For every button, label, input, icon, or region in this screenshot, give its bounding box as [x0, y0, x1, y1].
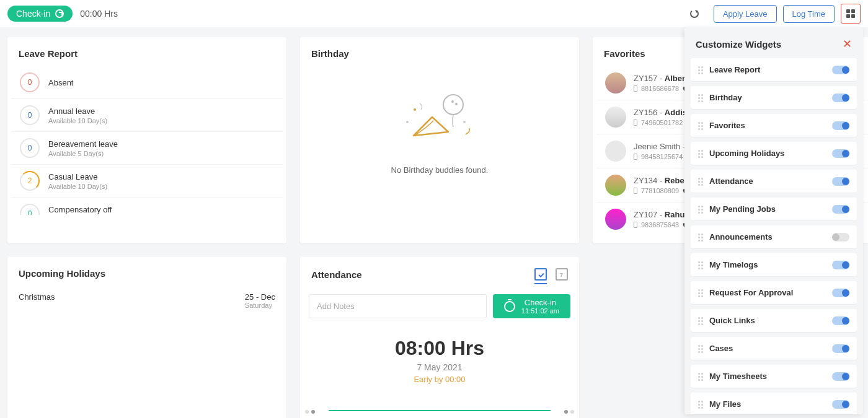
- leave-row[interactable]: 0 Annual leave Available 10 Day(s): [11, 98, 283, 131]
- widget-toggle[interactable]: [832, 177, 849, 186]
- widget-toggle[interactable]: [832, 94, 849, 102]
- attendance-checkin-button[interactable]: Check-in 11:51:02 am: [493, 294, 570, 318]
- attendance-day-view[interactable]: [534, 268, 547, 281]
- clock-icon: [55, 9, 64, 18]
- drag-handle-icon[interactable]: [698, 373, 703, 380]
- avatar: [605, 107, 626, 128]
- drag-handle-icon[interactable]: [698, 261, 703, 269]
- leave-name: Casual Leave: [48, 172, 107, 181]
- drag-handle-icon[interactable]: [698, 94, 703, 102]
- holiday-day: Saturday: [245, 302, 275, 309]
- widget-label: Favorites: [709, 121, 832, 130]
- leave-row[interactable]: 0 Absent: [11, 66, 283, 98]
- customize-widgets-button[interactable]: [841, 4, 861, 24]
- leave-available: Available 10 Day(s): [48, 117, 107, 124]
- checkin-label: Check-in: [16, 9, 50, 19]
- card-title: Leave Report: [7, 37, 286, 66]
- drag-handle-icon[interactable]: [698, 66, 703, 74]
- leave-list[interactable]: 0 Absent 0 Annual leave Available 10 Day…: [7, 66, 286, 215]
- drag-handle-icon[interactable]: [698, 150, 703, 157]
- drag-handle-icon[interactable]: [698, 122, 703, 129]
- widget-label: Leave Report: [709, 65, 832, 74]
- widget-toggle[interactable]: [832, 400, 849, 409]
- leave-row[interactable]: 0 Bereavement leave Available 5 Day(s): [11, 131, 283, 164]
- apply-leave-button[interactable]: Apply Leave: [714, 5, 777, 23]
- widget-toggle[interactable]: [832, 261, 849, 269]
- checkin-label: Check-in: [521, 298, 559, 307]
- attendance-week-view[interactable]: 7: [556, 268, 568, 281]
- svg-point-5: [463, 121, 466, 123]
- birthday-card: Birthday No Birthday buddies found.: [300, 37, 579, 243]
- drag-handle-icon[interactable]: [698, 317, 703, 324]
- svg-point-2: [455, 103, 458, 105]
- avatar: [605, 209, 626, 230]
- widget-row: My Timesheets: [691, 365, 857, 388]
- widget-row: My Pending Jobs: [691, 198, 857, 220]
- refresh-icon[interactable]: [690, 9, 699, 18]
- widget-label: My Pending Jobs: [709, 204, 832, 214]
- widget-label: Quick Links: [709, 316, 832, 325]
- holiday-name: Christmas: [19, 292, 55, 309]
- holiday-row: Christmas 25 - Dec Saturday: [7, 286, 286, 320]
- card-title: Attendance: [311, 269, 362, 280]
- close-icon[interactable]: ✕: [843, 37, 852, 51]
- widget-toggle[interactable]: [832, 149, 849, 158]
- drag-handle-icon[interactable]: [698, 233, 703, 241]
- avatar: [605, 175, 626, 196]
- widget-label: Request For Approval: [709, 288, 832, 297]
- drag-handle-icon[interactable]: [698, 401, 703, 408]
- card-title: Birthday: [300, 37, 579, 66]
- log-time-button[interactable]: Log Time: [783, 5, 835, 23]
- panel-title: Customize Widgets: [696, 39, 781, 50]
- attendance-hours: 08:00 Hrs: [300, 337, 579, 360]
- leave-name: Bereavement leave: [48, 139, 118, 149]
- svg-point-0: [443, 95, 463, 115]
- widget-label: Cases: [709, 344, 832, 353]
- drag-handle-icon[interactable]: [698, 206, 703, 213]
- widget-row: My Files: [691, 393, 857, 414]
- attendance-notes-input[interactable]: [309, 294, 487, 318]
- widget-toggle[interactable]: [832, 205, 849, 214]
- widget-row: Attendance: [691, 170, 857, 193]
- widget-toggle[interactable]: [832, 121, 849, 130]
- leave-name: Absent: [48, 78, 73, 87]
- holiday-date: 25 - Dec: [245, 292, 275, 302]
- leave-row[interactable]: 2 Casual Leave Available 10 Day(s): [11, 164, 283, 197]
- avatar: [605, 72, 626, 94]
- widget-row: Leave Report: [691, 58, 857, 81]
- leave-count-ring: 0: [20, 105, 40, 125]
- svg-point-1: [451, 100, 454, 103]
- widget-toggle[interactable]: [832, 344, 849, 353]
- topbar: Check-in 00:00 Hrs Apply Leave Log Time: [0, 0, 868, 27]
- drag-handle-icon[interactable]: [698, 345, 703, 352]
- attendance-date: 7 May 2021: [300, 362, 579, 372]
- svg-point-3: [414, 108, 416, 111]
- widget-toggle[interactable]: [832, 233, 849, 242]
- stopwatch-icon: [504, 301, 515, 312]
- drag-handle-icon[interactable]: [698, 178, 703, 185]
- avatar: [605, 141, 626, 162]
- mobile-icon: [634, 120, 637, 126]
- customize-widgets-panel: Customize Widgets ✕ Leave Report Birthda…: [684, 27, 863, 414]
- widget-toggle[interactable]: [832, 289, 849, 297]
- leave-count-ring: 0: [20, 72, 40, 92]
- leave-row[interactable]: 0 Compensatory off Available 0 Day(s): [11, 197, 283, 215]
- widget-row: Cases: [691, 337, 857, 360]
- leave-available: Available 5 Day(s): [48, 150, 118, 157]
- leave-available: Available 10 Day(s): [48, 183, 107, 190]
- card-title: Upcoming Holidays: [7, 257, 286, 286]
- widget-toggle[interactable]: [832, 316, 849, 325]
- widget-label: My Files: [709, 399, 832, 409]
- widget-toggle[interactable]: [832, 66, 849, 74]
- widget-label: Announcements: [709, 232, 832, 242]
- grid-icon: [846, 9, 855, 18]
- checkin-time: 11:51:02 am: [521, 307, 559, 315]
- hours-counter: 00:00 Hrs: [80, 9, 118, 19]
- leave-count-ring: 0: [20, 204, 40, 215]
- widget-label: Birthday: [709, 93, 832, 102]
- widget-row: My Timelogs: [691, 253, 857, 276]
- checkin-button[interactable]: Check-in: [7, 6, 73, 22]
- widget-toggle[interactable]: [832, 372, 849, 381]
- drag-handle-icon[interactable]: [698, 289, 703, 297]
- widget-label: Attendance: [709, 176, 832, 186]
